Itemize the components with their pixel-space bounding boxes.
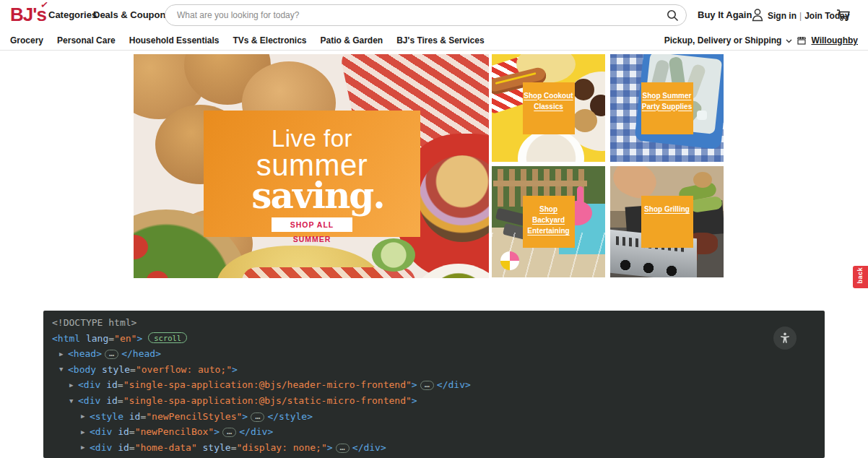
hero-tile-grid: Shop Cookout Classics Shop Summer Party … (492, 54, 724, 278)
code-token: style (96, 364, 130, 375)
code-token: id (123, 411, 140, 422)
fulfillment-club-selector: Pickup, Delivery or Shipping Willoughby (664, 35, 858, 46)
page: { "header": { "logo": "BJ's", "nav": { "… (0, 0, 868, 458)
account-icon[interactable] (751, 8, 764, 22)
devtools-line[interactable]: <!DOCTYPE html> (43, 315, 825, 331)
tile-backyard-entertaining[interactable]: Shop Backyard Entertaining (492, 166, 605, 277)
code-token: "display: none;" (237, 442, 327, 453)
code-token: </div> (352, 442, 386, 453)
code-token: "single-spa-application:@bjs/static-micr… (123, 395, 412, 406)
feedback-tab[interactable]: back (853, 266, 868, 288)
nav-deals-coupons[interactable]: Deals & Coupons (93, 9, 171, 20)
site-header: BJ's ✓ Categories Deals & Coupons Buy It… (0, 0, 868, 30)
code-token: > (327, 442, 333, 453)
tile-grilling[interactable]: Shop Grilling (610, 166, 724, 277)
logo-check-icon: ✓ (40, 0, 48, 11)
collapsed-content-ellipsis[interactable]: … (420, 381, 434, 390)
shop-all-summer-button[interactable]: SHOP ALL SUMMER (272, 217, 352, 232)
code-token: > (214, 426, 220, 437)
tile-label[interactable]: Shop Grilling (641, 196, 693, 248)
code-token: "home-data" (135, 442, 197, 453)
tile-label[interactable]: Shop Cookout Classics (523, 82, 575, 134)
expand-arrow-icon[interactable]: ▶ (81, 425, 90, 441)
code-token: "single-spa-application:@bjs/header-micr… (123, 379, 412, 390)
code-token: "newPencilStyles" (146, 411, 242, 422)
accessibility-widget-button[interactable] (773, 327, 797, 350)
code-token: = (108, 333, 114, 344)
subnav-links: Grocery Personal Care Household Essentia… (10, 35, 485, 46)
devtools-line[interactable]: <html lang="en">scroll (43, 331, 825, 347)
chevron-down-icon[interactable] (786, 39, 792, 43)
tile-photo-ice (697, 111, 707, 120)
code-token: <div (90, 442, 112, 453)
subnav-household-essentials[interactable]: Household Essentials (129, 35, 220, 46)
code-token: </div> (437, 379, 471, 390)
hero-headline-3: saving. (215, 178, 420, 213)
search-icon[interactable] (667, 9, 679, 22)
search-input[interactable] (177, 6, 661, 25)
code-token: <style (90, 411, 123, 422)
tile-summer-party-supplies[interactable]: Shop Summer Party Supplies (610, 54, 724, 162)
devtools-line[interactable]: ▶<div id="home-data" style="display: non… (43, 440, 825, 456)
tile-photo-grill-knob (619, 259, 632, 272)
subnav-tvs-electronics[interactable]: TVs & Electronics (233, 35, 306, 46)
nav-categories[interactable]: Categories (48, 9, 97, 20)
devtools-elements-panel[interactable]: <!DOCTYPE html><html lang="en">scroll▶<h… (43, 311, 825, 458)
bjs-logo[interactable]: BJ's ✓ (10, 4, 46, 26)
divider: | (797, 11, 804, 21)
expand-arrow-icon[interactable]: ▶ (69, 378, 78, 394)
buy-it-again-link[interactable]: Buy It Again (698, 9, 752, 20)
code-token: <div (78, 395, 100, 406)
tile-label[interactable]: Shop Summer Party Supplies (641, 82, 693, 134)
tile-label[interactable]: Shop Backyard Entertaining (523, 196, 575, 248)
expand-arrow-icon[interactable]: ▶ (81, 409, 90, 425)
code-token: = (118, 379, 123, 390)
collapsed-content-ellipsis[interactable]: … (251, 412, 264, 422)
collapsed-content-ellipsis[interactable]: … (336, 444, 350, 453)
hero-banner[interactable]: Live for summer saving. SHOP ALL SUMMER (134, 54, 489, 278)
collapsed-content-ellipsis[interactable]: … (222, 428, 236, 437)
devtools-line[interactable]: ▶<div id="newPencilBox">…</div> (43, 424, 825, 440)
subnav-patio-garden[interactable]: Patio & Garden (321, 35, 383, 46)
devtools-line[interactable]: ▼<body style="overflow: auto;"> (43, 362, 825, 378)
subnav-grocery[interactable]: Grocery (10, 35, 43, 46)
devtools-line[interactable]: ▶<head>…</head> (43, 346, 825, 362)
collapsed-content-ellipsis[interactable]: … (105, 350, 118, 359)
code-token: id (100, 395, 117, 406)
cart-icon[interactable] (836, 7, 851, 22)
code-token: "overflow: auto;" (136, 364, 232, 375)
code-token: id (112, 442, 129, 453)
expand-arrow-icon[interactable]: ▶ (81, 440, 90, 456)
code-token: </div> (239, 426, 273, 437)
code-token: <div (90, 426, 112, 437)
code-token: "newPencilBox" (135, 426, 214, 437)
expand-arrow-icon[interactable]: ▶ (59, 347, 68, 363)
devtools-line[interactable]: ▶<div id="single-spa-application:@bjs/he… (43, 377, 825, 393)
code-token: > (412, 395, 417, 406)
code-token: = (231, 442, 237, 453)
collapse-arrow-icon[interactable]: ▼ (59, 362, 68, 378)
devtools-line[interactable]: ▶<style id="newPencilStyles">…</style> (43, 409, 825, 425)
collapse-arrow-icon[interactable]: ▼ (69, 394, 78, 410)
club-location-link[interactable]: Willoughby (811, 35, 858, 46)
subnav-tires-services[interactable]: BJ's Tires & Services (396, 35, 484, 46)
code-token: = (129, 426, 135, 437)
tile-photo-cookie (573, 79, 594, 100)
accessibility-icon (778, 332, 791, 345)
fulfillment-selector[interactable]: Pickup, Delivery or Shipping (664, 35, 782, 46)
devtools-line[interactable]: ▼<div id="single-spa-application:@bjs/st… (43, 393, 825, 409)
tile-cookout-classics[interactable]: Shop Cookout Classics (492, 54, 605, 162)
code-token: <head> (68, 348, 102, 359)
code-token: id (100, 379, 117, 390)
tile-photo-beach-ball (500, 251, 519, 270)
code-token: lang (80, 333, 108, 344)
hero-promo-box: Live for summer saving. SHOP ALL SUMMER (204, 111, 420, 237)
subnav-personal-care[interactable]: Personal Care (57, 35, 116, 46)
tile-photo-cookie (573, 109, 597, 132)
tile-photo-potato (693, 172, 712, 188)
sign-in-link[interactable]: Sign in (768, 11, 797, 21)
club-store-icon (797, 36, 807, 45)
search-bar (165, 4, 687, 26)
code-token: id (112, 426, 129, 437)
scroll-badge[interactable]: scroll (148, 332, 187, 343)
